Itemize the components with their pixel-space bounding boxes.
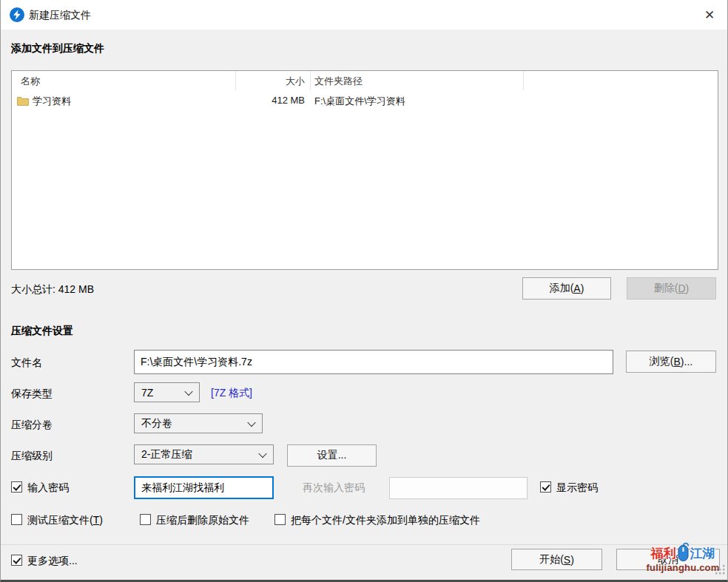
column-header-size[interactable]: 大小: [234, 75, 305, 88]
chevron-down-icon: [184, 387, 192, 395]
start-button-label: 开始(: [539, 553, 564, 566]
dialog-title: 新建压缩文件: [29, 9, 91, 22]
column-header-path[interactable]: 文件夹路径: [314, 75, 363, 88]
add-button[interactable]: 添加(A): [522, 277, 611, 300]
level-label: 压缩级别: [11, 450, 53, 461]
save-type-dropdown[interactable]: 7Z: [134, 382, 200, 402]
filename-label: 文件名: [11, 356, 42, 368]
test-archive-label-end: ): [99, 514, 103, 526]
folder-icon: [17, 95, 29, 109]
password-input[interactable]: [134, 476, 274, 499]
test-archive-checkbox[interactable]: [11, 514, 22, 525]
add-button-label: 添加(: [550, 282, 574, 295]
delete-button-accesskey: D: [678, 282, 685, 294]
start-button-accesskey: S: [564, 554, 570, 566]
save-type-value: 7Z: [141, 387, 153, 399]
titlebar: 新建压缩文件 ✕: [1, 0, 727, 30]
file-size-cell: 412 MB: [234, 95, 305, 106]
test-archive-accesskey: T: [93, 514, 100, 526]
watermark-text-1: 福利: [651, 544, 676, 564]
delete-button: 删除(D): [627, 277, 716, 300]
show-password-checkbox[interactable]: [540, 481, 551, 493]
reenter-password-input: [389, 477, 528, 499]
app-icon: [10, 7, 24, 22]
separate-archives-checkbox[interactable]: [274, 514, 286, 525]
browse-button-accesskey: B: [673, 356, 680, 368]
delete-button-label-end: ): [686, 282, 690, 294]
password-label: 输入密码: [27, 481, 69, 493]
browse-button-label: 浏览(: [650, 355, 674, 368]
file-path-cell: F:\桌面文件\学习资料: [314, 95, 405, 108]
close-icon[interactable]: ✕: [693, 0, 726, 30]
file-list: 名称 大小 文件夹路径 学习资料 412 MB F:\桌面文件\学习资料: [11, 70, 718, 270]
filename-input[interactable]: [134, 350, 613, 374]
file-name-cell: 学习资料: [33, 95, 71, 108]
format-link[interactable]: [7Z 格式]: [211, 387, 252, 400]
watermark-url: fulijianghu.com: [640, 562, 726, 573]
volume-value: 不分卷: [141, 417, 172, 430]
test-archive-label: 测试压缩文件(T): [27, 514, 103, 526]
delete-button-label: 删除(: [654, 282, 678, 295]
password-checkbox[interactable]: [11, 481, 22, 493]
chevron-down-icon: [247, 418, 255, 426]
more-options-checkbox[interactable]: [11, 555, 22, 566]
browse-button[interactable]: 浏览(B)...: [626, 351, 716, 373]
volume-label: 压缩分卷: [11, 419, 53, 430]
reenter-password-label: 再次输入密码: [303, 481, 365, 493]
add-button-label-end: ): [581, 282, 584, 294]
browse-button-label-end: )...: [681, 356, 692, 368]
settings-button-label: 设置...: [317, 449, 347, 462]
level-dropdown[interactable]: 2-正常压缩: [134, 444, 274, 464]
chevron-down-icon: [258, 449, 266, 457]
section-add-files: 添加文件到压缩文件: [11, 42, 104, 55]
separate-archives-label: 把每个文件/文件夹添加到单独的压缩文件: [291, 514, 480, 526]
delete-original-checkbox[interactable]: [140, 514, 151, 525]
section-archive-settings: 压缩文件设置: [11, 325, 73, 338]
start-button[interactable]: 开始(S): [511, 549, 602, 570]
delete-original-label: 压缩后删除原始文件: [156, 514, 249, 526]
total-size-label: 大小总计: 412 MB: [11, 283, 94, 295]
column-separator[interactable]: [523, 71, 524, 90]
watermark-text-2: 江湖: [690, 544, 715, 564]
more-options-label: 更多选项...: [27, 555, 78, 566]
add-button-accesskey: A: [573, 282, 580, 294]
column-separator[interactable]: [310, 71, 311, 90]
save-type-label: 保存类型: [11, 388, 53, 399]
watermark: 福利 江湖 fulijianghu.com: [640, 542, 726, 579]
test-archive-label-text: 测试压缩文件(: [27, 514, 93, 526]
settings-button[interactable]: 设置...: [287, 444, 377, 467]
show-password-label: 显示密码: [556, 481, 598, 493]
volume-dropdown[interactable]: 不分卷: [134, 413, 263, 433]
start-button-label-end: ): [570, 554, 574, 566]
footer-separator: [1, 544, 728, 545]
level-value: 2-正常压缩: [141, 448, 192, 461]
column-header-name[interactable]: 名称: [21, 75, 40, 88]
new-archive-dialog: 新建压缩文件 ✕ 添加文件到压缩文件 名称 大小 文件夹路径 学习资料 412 …: [0, 0, 728, 582]
